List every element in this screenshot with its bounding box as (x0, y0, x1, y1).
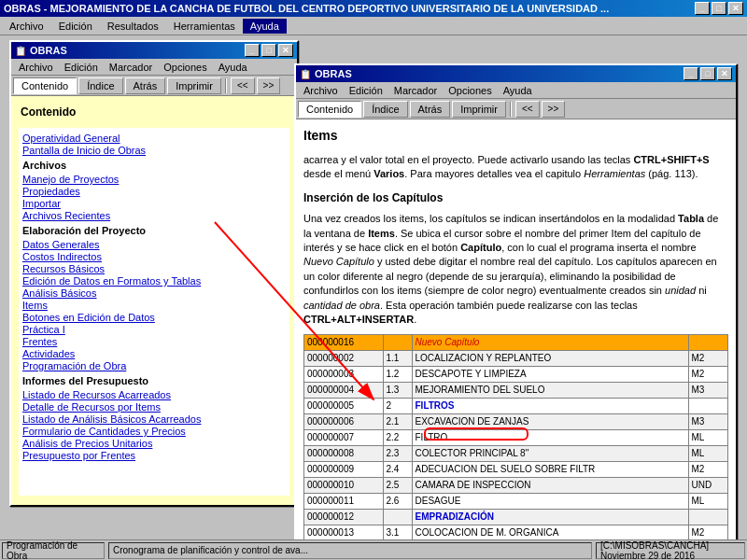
link-analisis-precios[interactable]: Análisis de Precios Unitarios (22, 438, 286, 449)
table-row: 0000000031.2DESCAPOTE Y LIMPIEZAM2 (304, 367, 728, 383)
link-botones-edicion[interactable]: Botones en Edición de Datos (22, 312, 286, 323)
btn-contenido-right[interactable]: Contenido (298, 101, 361, 118)
table-row: 0000000112.6DESAGUEML (304, 494, 728, 510)
wr-menu-edicion[interactable]: Edición (344, 84, 388, 97)
toolbar-sep-left (225, 78, 227, 93)
btn-atras-right[interactable]: Atrás (410, 101, 451, 118)
link-importar[interactable]: Importar (22, 198, 286, 209)
status-right: [C:\MISOBRAS\CANCHA] Noviembre 29 de 201… (596, 542, 745, 559)
window-obras-right: 📋 OBRAS _ □ ✕ Archivo Edición Marcador O… (294, 63, 738, 560)
table-row: 000000016Nuevo Capítulo (304, 335, 728, 351)
link-practica-i[interactable]: Práctica I (22, 324, 286, 335)
link-propiedades[interactable]: Propiedades (22, 186, 286, 197)
btn-next-right[interactable]: >> (542, 101, 566, 118)
link-costos-indirectos[interactable]: Costos Indirectos (22, 251, 286, 262)
items-para1: acarrea y el valor total en el proyecto.… (303, 153, 728, 182)
table-row: 0000000052FILTROS (304, 399, 728, 414)
link-listado-recursos[interactable]: Listado de Recursos Acarreados (22, 389, 286, 400)
link-formulario[interactable]: Formulario de Cantidades y Precios (22, 426, 286, 437)
workspace: 📋 OBRAS _ □ ✕ Archivo Edición Marcador O… (0, 35, 747, 560)
minimize-button[interactable]: _ (695, 2, 710, 15)
main-title: OBRAS - MEJORAMIENTO DE LA CANCHA DE FUT… (4, 3, 609, 14)
maximize-button[interactable]: □ (712, 2, 726, 15)
btn-imprimir-left[interactable]: Imprimir (167, 77, 221, 94)
table-row: 0000000092.4ADECUACION DEL SUELO SOBRE F… (304, 462, 728, 478)
btn-prev-right[interactable]: << (515, 101, 540, 118)
table-row: 0000000041.3MEJORAMIENTO DEL SUELOM3 (304, 383, 728, 399)
btn-indice-left[interactable]: Índice (78, 77, 122, 94)
section-insercion: Inserción de los Capítulos (303, 190, 728, 206)
window-left-content: Contenido Operatividad General Pantalla … (11, 96, 297, 505)
btn-indice-right[interactable]: Índice (363, 101, 407, 118)
window-right-menubar: Archivo Edición Marcador Opciones Ayuda (296, 82, 736, 99)
items-para2: Una vez creados los items, los capítulos… (303, 212, 728, 327)
link-presupuesto-frentes[interactable]: Presupuesto por Frentes (22, 450, 286, 461)
obras-icon-right: 📋 (300, 69, 311, 79)
link-archivos-recientes[interactable]: Archivos Recientes (22, 210, 286, 221)
main-menubar: Archivo Edición Resultados Herramientas … (0, 17, 747, 35)
wr-menu-opciones[interactable]: Opciones (443, 84, 497, 97)
win-right-maximize[interactable]: □ (700, 67, 715, 80)
link-detalle-recursos[interactable]: Detalle de Recursos por Items (22, 401, 286, 413)
main-titlebar-buttons: _ □ ✕ (695, 2, 743, 15)
wr-menu-marcador[interactable]: Marcador (388, 84, 443, 97)
menu-herramientas[interactable]: Herramientas (166, 19, 243, 34)
win-right-minimize[interactable]: _ (684, 67, 698, 80)
link-operatividad[interactable]: Operatividad General (22, 133, 286, 144)
link-datos-generales[interactable]: Datos Generales (22, 239, 286, 250)
link-listado-analisis[interactable]: Listado de Análisis Básicos Acarreados (22, 413, 286, 425)
obras-icon-left: 📋 (15, 46, 26, 56)
items-table: 000000016Nuevo Capítulo0000000021.1LOCAL… (303, 334, 728, 557)
window-left-btns: _ □ ✕ (245, 44, 293, 57)
link-edicion-datos[interactable]: Edición de Datos en Formatos y Tablas (22, 275, 286, 287)
wr-menu-ayuda[interactable]: Ayuda (498, 84, 538, 97)
content-body: Operatividad General Pantalla de Inicio … (19, 128, 289, 496)
main-titlebar: OBRAS - MEJORAMIENTO DE LA CANCHA DE FUT… (0, 0, 747, 17)
close-button[interactable]: ✕ (728, 2, 743, 15)
wl-menu-opciones[interactable]: Opciones (158, 61, 212, 74)
link-frentes[interactable]: Frentes (22, 336, 286, 347)
link-recursos-basicos[interactable]: Recursos Básicos (22, 263, 286, 274)
table-row: 0000000102.5CAMARA DE INSPECCIONUND (304, 478, 728, 494)
window-right-toolbar: Contenido Índice Atrás Imprimir << >> (296, 99, 736, 119)
link-actividades[interactable]: Actividades (22, 348, 286, 359)
items-title: Items (303, 127, 728, 146)
status-left: Programación de Obra (2, 542, 105, 559)
table-row: 0000000062.1EXCAVACION DE ZANJASM3 (304, 414, 728, 430)
btn-imprimir-right[interactable]: Imprimir (452, 101, 506, 118)
table-row: 0000000072.2FILTROML (304, 430, 728, 446)
btn-contenido-left[interactable]: Contenido (13, 77, 77, 94)
wl-menu-marcador[interactable]: Marcador (104, 61, 158, 74)
win-left-maximize[interactable]: □ (261, 44, 276, 57)
shortcut1: CTRL+SHIFT+S (633, 154, 709, 165)
win-left-minimize[interactable]: _ (245, 44, 260, 57)
wl-menu-ayuda[interactable]: Ayuda (213, 61, 253, 74)
btn-next-left[interactable]: >> (257, 77, 281, 94)
btn-prev-left[interactable]: << (231, 77, 255, 94)
win-right-close[interactable]: ✕ (717, 67, 732, 80)
toolbar-sep-right (510, 102, 512, 117)
win-left-close[interactable]: ✕ (278, 44, 293, 57)
wl-menu-archivo[interactable]: Archivo (13, 61, 59, 74)
link-items[interactable]: Items (22, 300, 286, 311)
window-right-titlebar: 📋 OBRAS _ □ ✕ (296, 65, 736, 82)
menu-archivo[interactable]: Archivo (2, 19, 51, 34)
btn-atras-left[interactable]: Atrás (125, 77, 166, 94)
section-informes: Informes del Presupuesto (22, 375, 286, 386)
link-analisis-basicos[interactable]: Análisis Básicos (22, 287, 286, 299)
window-left-titlebar: 📋 OBRAS _ □ ✕ (11, 42, 297, 59)
link-pantalla-inicio[interactable]: Pantalla de Inicio de Obras (22, 145, 286, 156)
table-row: 000000012EMPRADIZACIÓN (304, 510, 728, 525)
window-left-title: OBRAS (30, 45, 67, 56)
menu-edicion[interactable]: Edición (51, 19, 100, 34)
menu-ayuda[interactable]: Ayuda (243, 19, 287, 34)
link-manejo-proyectos[interactable]: Manejo de Proyectos (22, 174, 286, 185)
wl-menu-edicion[interactable]: Edición (59, 61, 104, 74)
menu-varios: Varios (374, 168, 404, 179)
window-obras-left: 📋 OBRAS _ □ ✕ Archivo Edición Marcador O… (9, 40, 299, 507)
wr-menu-archivo[interactable]: Archivo (298, 84, 344, 97)
chapter-herramientas: Herramientas (584, 168, 645, 179)
link-programacion-obra[interactable]: Programación de Obra (22, 360, 286, 371)
window-right-content: Items acarrea y el valor total en el pro… (296, 119, 736, 560)
menu-resultados[interactable]: Resultados (100, 19, 166, 34)
